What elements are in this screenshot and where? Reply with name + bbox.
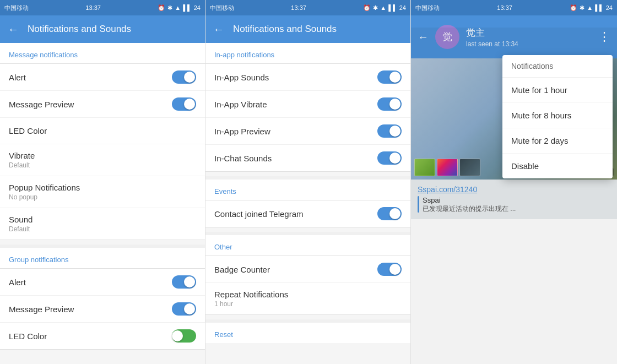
section-heading-inapp: In-app notifications — [205, 43, 410, 63]
toggle-inapp-preview[interactable] — [377, 124, 402, 138]
toggle-group-message-preview[interactable] — [172, 302, 196, 316]
dropdown-mute-1h[interactable]: Mute for 1 hour — [502, 78, 613, 103]
setting-label-alert: Alert — [9, 73, 26, 82]
toggle-badge-counter[interactable] — [377, 263, 402, 276]
settings-group-inapp: In-App Sounds In-App Vibrate In-App Prev… — [205, 63, 410, 172]
setting-contact-joined: Contact joined Telegram — [205, 200, 410, 227]
wifi-icon: ▲ — [175, 4, 181, 11]
setting-sound[interactable]: Sound Default — [0, 208, 205, 240]
battery-icon-3: 24 — [606, 4, 613, 11]
panel-notifications-sounds-1: 中国移动 13:37 ⏰ ✱ ▲ ▌▌ 24 ← Notifications a… — [0, 0, 205, 364]
bluetooth-icon: ✱ — [167, 4, 172, 12]
label-inchat-sounds: In-Chat Sounds — [214, 154, 272, 163]
settings-group-other: Badge Counter Repeat Notifications 1 hou… — [205, 256, 410, 315]
setting-led-color[interactable]: LED Color — [0, 118, 205, 144]
section-heading-message: Message notifications — [0, 43, 205, 63]
dropdown-mute-2d[interactable]: Mute for 2 days — [502, 128, 613, 154]
time-3: 13:37 — [497, 4, 512, 11]
back-button-1[interactable]: ← — [8, 23, 19, 36]
setting-sublabel-vibrate: Default — [9, 161, 35, 169]
bluetooth-icon-3: ✱ — [580, 4, 584, 12]
setting-group-message-preview: Message Preview — [0, 296, 205, 323]
setting-popup[interactable]: Popup Notifications No popup — [0, 176, 205, 208]
setting-sublabel-sound: Default — [9, 225, 33, 233]
label-contact-joined: Contact joined Telegram — [214, 209, 303, 219]
status-icons-1: ⏰ ✱ ▲ ▌▌ 24 — [158, 4, 201, 12]
setting-alert: Alert — [0, 64, 205, 91]
setting-label-led-color: LED Color — [9, 126, 47, 135]
panel-header-2: ← Notifications and Sounds — [205, 15, 410, 43]
label-repeat-notifications: Repeat Notifications — [214, 290, 288, 299]
toggle-inapp-sounds[interactable] — [377, 70, 402, 84]
settings-group-events: Contact joined Telegram — [205, 200, 410, 227]
panel-title-1: Notifications and Sounds — [28, 24, 131, 35]
toggle-inapp-vibrate[interactable] — [377, 97, 402, 111]
dropdown-mute-8h[interactable]: Mute for 8 hours — [502, 103, 613, 128]
settings-group-message: Alert Message Preview LED Color Vibrate … — [0, 63, 205, 240]
alarm-icon-3: ⏰ — [570, 4, 577, 12]
status-icons-2: ⏰ ✱ ▲ ▌▌ 24 — [363, 4, 406, 12]
carrier-1: 中国移动 — [4, 4, 29, 12]
wifi-icon-3: ▲ — [587, 4, 593, 11]
alarm-icon-2: ⏰ — [363, 4, 371, 12]
carrier-2: 中国移动 — [210, 4, 234, 12]
status-bar-2: 中国移动 13:37 ⏰ ✱ ▲ ▌▌ 24 — [205, 0, 410, 15]
dropdown-overlay: Notifications Mute for 1 hour Mute for 8… — [411, 28, 617, 364]
panel-chat: 中国移动 13:37 ⏰ ✱ ▲ ▌▌ 24 ← 觉 觉主 last seen … — [411, 0, 617, 364]
panel-notifications-sounds-2: 中国移动 13:37 ⏰ ✱ ▲ ▌▌ 24 ← Notifications a… — [205, 0, 411, 364]
dropdown-header: Notifications — [502, 55, 613, 78]
toggle-group-alert[interactable] — [172, 275, 196, 289]
setting-inapp-preview: In-App Preview — [205, 118, 410, 145]
carrier-3: 中国移动 — [415, 4, 440, 12]
label-inapp-vibrate: In-App Vibrate — [214, 100, 267, 109]
setting-label-sound: Sound — [9, 215, 33, 224]
setting-label-group-message-preview: Message Preview — [9, 305, 74, 314]
dropdown-menu: Notifications Mute for 1 hour Mute for 8… — [502, 55, 613, 178]
section-heading-other: Other — [205, 235, 410, 256]
section-heading-reset[interactable]: Reset — [205, 323, 410, 343]
setting-label-group-alert: Alert — [9, 278, 26, 287]
toggle-contact-joined[interactable] — [377, 207, 402, 220]
signal-icon-3: ▌▌ — [595, 4, 604, 11]
label-inapp-sounds: In-App Sounds — [214, 73, 269, 82]
toggle-alert[interactable] — [172, 70, 196, 84]
toggle-message-preview[interactable] — [172, 97, 196, 111]
status-bar-1: 中国移动 13:37 ⏰ ✱ ▲ ▌▌ 24 — [0, 0, 205, 15]
status-icons-3: ⏰ ✱ ▲ ▌▌ 24 — [570, 4, 613, 12]
setting-label-popup: Popup Notifications — [9, 183, 80, 192]
setting-message-preview: Message Preview — [0, 91, 205, 118]
toggle-inchat-sounds[interactable] — [377, 151, 402, 165]
bluetooth-icon-2: ✱ — [373, 4, 378, 12]
label-inapp-preview: In-App Preview — [214, 127, 270, 136]
time-2: 13:37 — [291, 4, 306, 11]
panel-content-2: In-app notifications In-App Sounds In-Ap… — [205, 43, 410, 364]
battery-icon: 24 — [194, 4, 201, 11]
back-button-2[interactable]: ← — [213, 23, 224, 36]
setting-inchat-sounds: In-Chat Sounds — [205, 145, 410, 171]
status-bar-3: 中国移动 13:37 ⏰ ✱ ▲ ▌▌ 24 — [411, 0, 617, 15]
alarm-icon: ⏰ — [158, 4, 165, 12]
battery-icon-2: 24 — [399, 4, 406, 11]
toggle-group-led-color[interactable] — [172, 329, 196, 343]
signal-icon: ▌▌ — [183, 4, 192, 11]
setting-repeat-notifications[interactable]: Repeat Notifications 1 hour — [205, 283, 410, 314]
section-heading-events: Events — [205, 180, 410, 200]
label-badge-counter: Badge Counter — [214, 265, 270, 274]
signal-icon-2: ▌▌ — [388, 4, 397, 11]
panel-content-1: Message notifications Alert Message Prev… — [0, 43, 205, 364]
dropdown-disable[interactable]: Disable — [502, 154, 613, 178]
setting-group-led-color: LED Color — [0, 323, 205, 349]
setting-vibrate[interactable]: Vibrate Default — [0, 144, 205, 176]
setting-badge-counter: Badge Counter — [205, 256, 410, 283]
section-heading-group: Group notifications — [0, 248, 205, 268]
setting-inapp-sounds: In-App Sounds — [205, 64, 410, 91]
wifi-icon-2: ▲ — [380, 4, 386, 11]
sublabel-repeat-notifications: 1 hour — [214, 300, 288, 308]
time-1: 13:37 — [85, 4, 101, 11]
panel-title-2: Notifications and Sounds — [233, 24, 337, 35]
setting-sublabel-popup: No popup — [9, 193, 80, 201]
settings-group-group: Alert Message Preview LED Color — [0, 268, 205, 350]
panel-header-1: ← Notifications and Sounds — [0, 15, 205, 43]
setting-label-vibrate: Vibrate — [9, 151, 35, 160]
setting-inapp-vibrate: In-App Vibrate — [205, 91, 410, 118]
